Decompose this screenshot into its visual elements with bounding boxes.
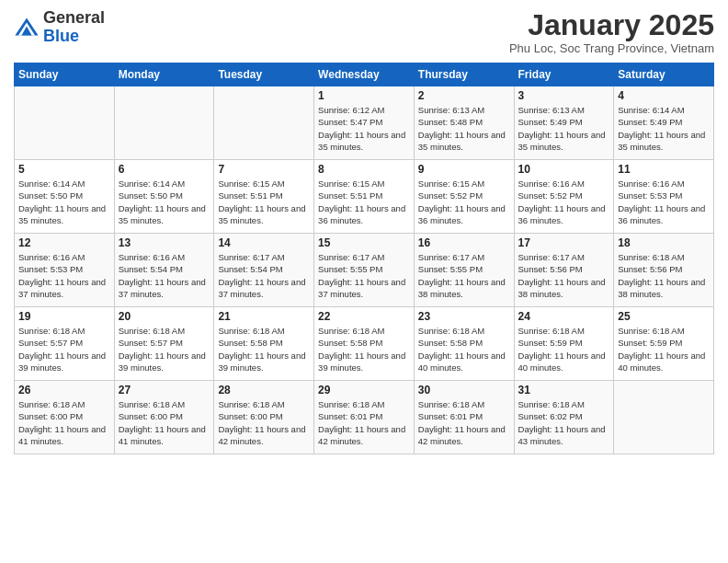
day-info: Sunrise: 6:12 AMSunset: 5:47 PMDaylight:… xyxy=(318,104,410,153)
day-number: 5 xyxy=(18,163,110,176)
calendar-cell: 1Sunrise: 6:12 AMSunset: 5:47 PMDaylight… xyxy=(314,86,415,160)
page: General Blue January 2025 Phu Loc, Soc T… xyxy=(0,0,728,563)
calendar-cell: 27Sunrise: 6:18 AMSunset: 6:00 PMDayligh… xyxy=(114,381,214,454)
day-info: Sunrise: 6:15 AMSunset: 5:52 PMDaylight:… xyxy=(418,178,510,226)
calendar-cell: 21Sunrise: 6:18 AMSunset: 5:58 PMDayligh… xyxy=(214,307,314,381)
day-number: 24 xyxy=(518,310,610,323)
day-info: Sunrise: 6:16 AMSunset: 5:53 PMDaylight:… xyxy=(618,178,710,226)
header: General Blue January 2025 Phu Loc, Soc T… xyxy=(14,9,714,55)
calendar-cell: 17Sunrise: 6:17 AMSunset: 5:56 PMDayligh… xyxy=(514,234,614,307)
calendar-cell: 22Sunrise: 6:18 AMSunset: 5:58 PMDayligh… xyxy=(314,307,415,381)
col-header-thursday: Thursday xyxy=(414,63,514,86)
calendar-cell: 12Sunrise: 6:16 AMSunset: 5:53 PMDayligh… xyxy=(15,234,115,307)
day-number: 16 xyxy=(418,236,510,249)
calendar-cell: 16Sunrise: 6:17 AMSunset: 5:55 PMDayligh… xyxy=(414,234,514,307)
calendar-cell: 30Sunrise: 6:18 AMSunset: 6:01 PMDayligh… xyxy=(414,381,514,454)
calendar-cell: 18Sunrise: 6:18 AMSunset: 5:56 PMDayligh… xyxy=(614,234,714,307)
calendar-cell: 24Sunrise: 6:18 AMSunset: 5:59 PMDayligh… xyxy=(514,307,614,381)
day-info: Sunrise: 6:18 AMSunset: 5:56 PMDaylight:… xyxy=(618,251,710,300)
week-row-5: 26Sunrise: 6:18 AMSunset: 6:00 PMDayligh… xyxy=(15,381,714,454)
calendar-cell: 7Sunrise: 6:15 AMSunset: 5:51 PMDaylight… xyxy=(214,160,314,234)
day-number: 21 xyxy=(218,310,310,323)
calendar-cell: 11Sunrise: 6:16 AMSunset: 5:53 PMDayligh… xyxy=(614,160,714,234)
day-number: 11 xyxy=(618,163,710,176)
week-row-2: 5Sunrise: 6:14 AMSunset: 5:50 PMDaylight… xyxy=(15,160,714,234)
day-number: 28 xyxy=(218,384,310,396)
day-number: 17 xyxy=(518,236,610,249)
day-number: 30 xyxy=(418,384,510,396)
day-info: Sunrise: 6:17 AMSunset: 5:56 PMDaylight:… xyxy=(518,251,610,300)
day-info: Sunrise: 6:18 AMSunset: 6:02 PMDaylight:… xyxy=(518,398,610,447)
day-number: 14 xyxy=(218,236,310,249)
day-number: 27 xyxy=(119,384,210,396)
logo-icon xyxy=(14,15,40,40)
day-number: 6 xyxy=(119,163,210,176)
day-info: Sunrise: 6:15 AMSunset: 5:51 PMDaylight:… xyxy=(218,178,310,226)
day-number: 29 xyxy=(318,384,410,396)
day-info: Sunrise: 6:16 AMSunset: 5:52 PMDaylight:… xyxy=(518,178,610,226)
day-info: Sunrise: 6:18 AMSunset: 6:01 PMDaylight:… xyxy=(418,398,510,447)
calendar-cell: 13Sunrise: 6:16 AMSunset: 5:54 PMDayligh… xyxy=(114,234,214,307)
calendar-header-row: SundayMondayTuesdayWednesdayThursdayFrid… xyxy=(15,63,714,86)
day-info: Sunrise: 6:18 AMSunset: 5:59 PMDaylight:… xyxy=(618,325,710,373)
calendar-cell: 14Sunrise: 6:17 AMSunset: 5:54 PMDayligh… xyxy=(214,234,314,307)
day-number: 20 xyxy=(119,310,210,323)
day-info: Sunrise: 6:18 AMSunset: 5:58 PMDaylight:… xyxy=(218,325,310,373)
calendar-cell: 9Sunrise: 6:15 AMSunset: 5:52 PMDaylight… xyxy=(414,160,514,234)
calendar-cell xyxy=(214,86,314,160)
title-area: January 2025 Phu Loc, Soc Trang Province… xyxy=(509,9,714,55)
calendar-cell: 8Sunrise: 6:15 AMSunset: 5:51 PMDaylight… xyxy=(314,160,415,234)
col-header-sunday: Sunday xyxy=(15,63,115,86)
calendar-cell: 2Sunrise: 6:13 AMSunset: 5:48 PMDaylight… xyxy=(414,86,514,160)
logo: General Blue xyxy=(14,9,105,46)
day-number: 7 xyxy=(218,163,310,176)
day-number: 10 xyxy=(518,163,610,176)
week-row-3: 12Sunrise: 6:16 AMSunset: 5:53 PMDayligh… xyxy=(15,234,714,307)
day-info: Sunrise: 6:13 AMSunset: 5:48 PMDaylight:… xyxy=(418,104,510,153)
calendar-cell: 23Sunrise: 6:18 AMSunset: 5:58 PMDayligh… xyxy=(414,307,514,381)
calendar-table: SundayMondayTuesdayWednesdayThursdayFrid… xyxy=(14,63,714,454)
col-header-tuesday: Tuesday xyxy=(214,63,314,86)
day-number: 4 xyxy=(618,89,710,102)
day-info: Sunrise: 6:18 AMSunset: 5:57 PMDaylight:… xyxy=(119,325,210,373)
calendar-cell: 29Sunrise: 6:18 AMSunset: 6:01 PMDayligh… xyxy=(314,381,415,454)
day-info: Sunrise: 6:17 AMSunset: 5:54 PMDaylight:… xyxy=(218,251,310,300)
day-info: Sunrise: 6:18 AMSunset: 6:01 PMDaylight:… xyxy=(318,398,410,447)
day-number: 9 xyxy=(418,163,510,176)
calendar-cell: 25Sunrise: 6:18 AMSunset: 5:59 PMDayligh… xyxy=(614,307,714,381)
calendar-cell: 28Sunrise: 6:18 AMSunset: 6:00 PMDayligh… xyxy=(214,381,314,454)
calendar-cell: 19Sunrise: 6:18 AMSunset: 5:57 PMDayligh… xyxy=(15,307,115,381)
day-number: 22 xyxy=(318,310,410,323)
day-info: Sunrise: 6:18 AMSunset: 5:59 PMDaylight:… xyxy=(518,325,610,373)
day-info: Sunrise: 6:18 AMSunset: 6:00 PMDaylight:… xyxy=(18,398,110,447)
day-info: Sunrise: 6:13 AMSunset: 5:49 PMDaylight:… xyxy=(518,104,610,153)
calendar-cell: 15Sunrise: 6:17 AMSunset: 5:55 PMDayligh… xyxy=(314,234,415,307)
calendar-cell: 26Sunrise: 6:18 AMSunset: 6:00 PMDayligh… xyxy=(15,381,115,454)
week-row-1: 1Sunrise: 6:12 AMSunset: 5:47 PMDaylight… xyxy=(15,86,714,160)
day-info: Sunrise: 6:14 AMSunset: 5:49 PMDaylight:… xyxy=(618,104,710,153)
col-header-monday: Monday xyxy=(114,63,214,86)
day-number: 19 xyxy=(18,310,110,323)
day-info: Sunrise: 6:15 AMSunset: 5:51 PMDaylight:… xyxy=(318,178,410,226)
col-header-friday: Friday xyxy=(514,63,614,86)
month-title: January 2025 xyxy=(509,9,714,41)
day-number: 15 xyxy=(318,236,410,249)
day-number: 8 xyxy=(318,163,410,176)
day-number: 25 xyxy=(618,310,710,323)
calendar-cell: 20Sunrise: 6:18 AMSunset: 5:57 PMDayligh… xyxy=(114,307,214,381)
day-info: Sunrise: 6:18 AMSunset: 5:57 PMDaylight:… xyxy=(18,325,110,373)
calendar-cell: 6Sunrise: 6:14 AMSunset: 5:50 PMDaylight… xyxy=(114,160,214,234)
day-number: 3 xyxy=(518,89,610,102)
day-number: 23 xyxy=(418,310,510,323)
day-number: 26 xyxy=(18,384,110,396)
calendar-cell: 3Sunrise: 6:13 AMSunset: 5:49 PMDaylight… xyxy=(514,86,614,160)
day-info: Sunrise: 6:18 AMSunset: 5:58 PMDaylight:… xyxy=(318,325,410,373)
location-subtitle: Phu Loc, Soc Trang Province, Vietnam xyxy=(509,41,714,55)
day-info: Sunrise: 6:16 AMSunset: 5:54 PMDaylight:… xyxy=(119,251,210,300)
calendar-cell: 5Sunrise: 6:14 AMSunset: 5:50 PMDaylight… xyxy=(15,160,115,234)
day-info: Sunrise: 6:14 AMSunset: 5:50 PMDaylight:… xyxy=(18,178,110,226)
logo-text: General Blue xyxy=(43,9,105,46)
calendar-cell xyxy=(614,381,714,454)
week-row-4: 19Sunrise: 6:18 AMSunset: 5:57 PMDayligh… xyxy=(15,307,714,381)
day-number: 1 xyxy=(318,89,410,102)
